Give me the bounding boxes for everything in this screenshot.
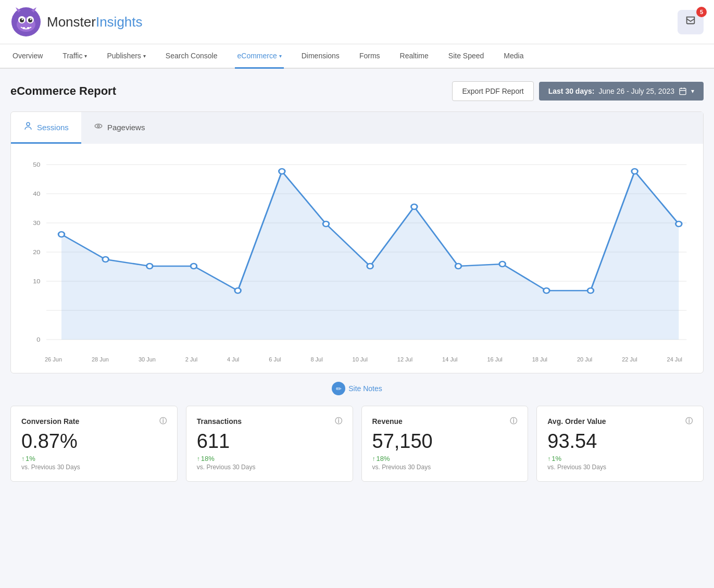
svg-point-41 [411, 204, 418, 209]
nav-site-speed[interactable]: Site Speed [446, 44, 486, 69]
export-pdf-button[interactable]: Export PDF Report [452, 81, 533, 101]
svg-text:30: 30 [33, 220, 41, 227]
svg-point-45 [587, 288, 594, 293]
svg-point-47 [676, 221, 682, 227]
pencil-icon: ✏ [332, 382, 345, 395]
stat-change: ↑ 1% [547, 455, 693, 462]
stat-change: ↑ 18% [372, 455, 518, 462]
stat-period: vs. Previous 30 Days [372, 464, 518, 471]
info-icon[interactable]: ⓘ [159, 417, 167, 426]
header: MonsterInsights 5 [0, 0, 714, 44]
report-header: eCommerce Report Export PDF Report Last … [10, 81, 704, 101]
stat-avg-order-value: Avg. Order Value ⓘ 93.54 ↑ 1% vs. Previo… [536, 406, 704, 482]
svg-rect-12 [680, 89, 686, 95]
svg-point-43 [499, 261, 506, 267]
site-notes-button[interactable]: ✏ Site Notes [332, 382, 382, 395]
tab-sessions[interactable]: Sessions [11, 112, 81, 144]
stat-conversion-rate: Conversion Rate ⓘ 0.87% ↑ 1% vs. Previou… [10, 406, 178, 482]
notification-button[interactable]: 5 [678, 10, 704, 34]
report-actions: Export PDF Report Last 30 days: June 26 … [452, 81, 704, 101]
page-title: eCommerce Report [10, 84, 116, 98]
svg-rect-11 [27, 27, 29, 29]
stat-transactions: Transactions ⓘ 611 ↑ 18% vs. Previous 30… [186, 406, 353, 482]
up-arrow-icon: ↑ [197, 455, 200, 462]
nav-forms[interactable]: Forms [357, 44, 382, 69]
up-arrow-icon: ↑ [372, 455, 375, 462]
stat-value: 611 [197, 430, 342, 453]
svg-rect-10 [23, 27, 25, 29]
eye-icon [94, 121, 103, 133]
svg-point-7 [30, 19, 32, 20]
person-icon [23, 121, 33, 133]
line-chart: 50 40 30 20 10 0 [16, 154, 693, 352]
nav-overview[interactable]: Overview [10, 44, 45, 69]
nav-traffic[interactable]: Traffic ▾ [60, 44, 89, 69]
nav-search-console[interactable]: Search Console [164, 44, 220, 69]
svg-point-34 [103, 257, 109, 262]
stat-period: vs. Previous 30 Days [547, 464, 693, 471]
logo-area: MonsterInsights [10, 6, 143, 37]
svg-point-33 [58, 232, 65, 237]
svg-marker-32 [61, 171, 679, 340]
calendar-icon [679, 87, 687, 95]
stat-label: Revenue ⓘ [372, 417, 518, 426]
notification-badge: 5 [696, 7, 707, 17]
stat-value: 93.54 [547, 430, 693, 453]
stat-label: Avg. Order Value ⓘ [547, 417, 693, 426]
chevron-down-icon: ▾ [143, 53, 146, 59]
stat-revenue: Revenue ⓘ 57,150 ↑ 18% vs. Previous 30 D… [361, 406, 529, 482]
date-range-button[interactable]: Last 30 days: June 26 - July 25, 2023 ▾ [539, 82, 704, 101]
chart-card: Sessions Pageviews [10, 111, 704, 373]
svg-point-6 [22, 19, 23, 20]
up-arrow-icon: ↑ [547, 455, 550, 462]
logo-text: MonsterInsights [47, 14, 143, 30]
svg-point-42 [455, 264, 461, 269]
svg-point-16 [27, 122, 30, 126]
svg-point-18 [97, 125, 99, 127]
stat-value: 0.87% [21, 430, 167, 453]
nav-dimensions[interactable]: Dimensions [299, 44, 342, 69]
svg-text:50: 50 [33, 161, 41, 168]
svg-point-35 [147, 264, 153, 269]
nav-publishers[interactable]: Publishers ▾ [105, 44, 147, 69]
svg-point-46 [632, 169, 638, 174]
site-notes-section: ✏ Site Notes [10, 382, 704, 395]
header-right: 5 [678, 10, 704, 34]
stat-label: Transactions ⓘ [197, 417, 342, 426]
svg-point-39 [323, 221, 329, 227]
stat-label: Conversion Rate ⓘ [21, 417, 167, 426]
main-nav: Overview Traffic ▾ Publishers ▾ Search C… [0, 44, 714, 69]
svg-point-36 [191, 264, 197, 269]
chevron-down-icon: ▾ [84, 53, 87, 59]
chart-tabs: Sessions Pageviews [11, 112, 703, 144]
nav-ecommerce[interactable]: eCommerce ▾ [235, 44, 283, 69]
tab-pageviews[interactable]: Pageviews [81, 112, 703, 144]
stats-grid: Conversion Rate ⓘ 0.87% ↑ 1% vs. Previou… [10, 406, 704, 482]
info-icon[interactable]: ⓘ [335, 417, 342, 426]
svg-text:20: 20 [33, 249, 41, 256]
up-arrow-icon: ↑ [21, 455, 24, 462]
info-icon[interactable]: ⓘ [510, 417, 517, 426]
stat-change: ↑ 18% [197, 455, 342, 462]
svg-point-38 [279, 169, 285, 174]
svg-text:0: 0 [36, 336, 40, 343]
svg-text:10: 10 [33, 278, 41, 285]
svg-point-37 [235, 288, 241, 293]
stat-period: vs. Previous 30 Days [197, 464, 342, 471]
main-content: eCommerce Report Export PDF Report Last … [0, 69, 714, 494]
info-icon[interactable]: ⓘ [685, 417, 693, 426]
stat-change: ↑ 1% [21, 455, 167, 462]
chart-area: 50 40 30 20 10 0 [11, 144, 703, 373]
svg-point-40 [367, 264, 373, 269]
stat-value: 57,150 [372, 430, 518, 453]
chevron-down-icon: ▾ [279, 53, 282, 59]
nav-realtime[interactable]: Realtime [398, 44, 431, 69]
x-axis-labels: 26 Jun 28 Jun 30 Jun 2 Jul 4 Jul 6 Jul 8… [16, 356, 693, 362]
nav-media[interactable]: Media [502, 44, 525, 69]
chevron-down-icon: ▾ [691, 87, 694, 95]
stat-period: vs. Previous 30 Days [21, 464, 167, 471]
svg-text:40: 40 [33, 191, 41, 197]
logo-icon [10, 6, 42, 37]
svg-point-44 [544, 288, 550, 293]
